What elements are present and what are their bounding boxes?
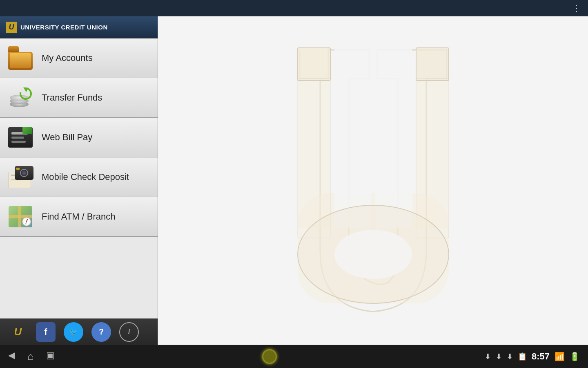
toolbar-btn-help[interactable]: ? — [91, 322, 111, 342]
home-button[interactable]: ⌂ — [27, 350, 34, 363]
deposit-icon — [7, 163, 34, 191]
main-content: U UNIVERSITY CREDIT UNION My Accounts — [0, 16, 588, 345]
nav-label-transfer-funds: Transfer Funds — [42, 92, 102, 103]
right-panel — [158, 16, 588, 345]
toolbar-btn-home[interactable]: U — [8, 322, 28, 342]
nav-label-my-accounts: My Accounts — [42, 53, 93, 63]
nav-label-web-bill-pay: Web Bill Pay — [42, 132, 92, 143]
folder-icon — [7, 44, 34, 72]
billpay-icon — [7, 123, 34, 151]
sidebar: U UNIVERSITY CREDIT UNION My Accounts — [0, 16, 158, 345]
screenshot-icon: 📋 — [518, 352, 527, 361]
nav-list: My Accounts — [0, 38, 158, 319]
nav-item-transfer-funds[interactable]: Transfer Funds — [0, 78, 158, 118]
status-bar: ⋮ — [0, 0, 588, 16]
nav-item-my-accounts[interactable]: My Accounts — [0, 38, 158, 78]
nav-label-find-atm-branch: Find ATM / Branch — [42, 211, 116, 222]
download-icon-3: ⬇ — [507, 352, 513, 361]
android-nav-center — [262, 349, 277, 364]
bottom-toolbar: U f 🐦 ? i — [0, 319, 158, 345]
recent-apps-button[interactable]: ▣ — [46, 350, 55, 363]
nav-item-web-bill-pay[interactable]: Web Bill Pay — [0, 118, 158, 157]
u-watermark — [275, 38, 471, 324]
toolbar-btn-info[interactable]: i — [119, 322, 139, 342]
wifi-icon: 📶 — [555, 352, 565, 361]
overflow-menu-icon[interactable]: ⋮ — [572, 3, 581, 13]
svg-rect-5 — [334, 48, 412, 81]
svg-point-14 — [334, 230, 412, 279]
android-nav-bar: ◀ ⌂ ▣ ⬇ ⬇ ⬇ 📋 8:57 📶 🔋 — [0, 345, 588, 368]
android-center-button[interactable] — [262, 349, 277, 364]
nav-label-mobile-check-deposit: Mobile Check Deposit — [42, 172, 129, 182]
app-header: U UNIVERSITY CREDIT UNION — [0, 16, 158, 38]
battery-icon: 🔋 — [570, 352, 580, 361]
android-nav-left: ◀ ⌂ ▣ — [8, 350, 55, 363]
logo: U UNIVERSITY CREDIT UNION — [6, 22, 108, 33]
download-icon-1: ⬇ — [485, 352, 491, 361]
status-time: 8:57 — [532, 351, 550, 362]
download-icon-2: ⬇ — [496, 352, 502, 361]
nav-item-find-atm-branch[interactable]: Find ATM / Branch — [0, 197, 158, 237]
toolbar-btn-twitter[interactable]: 🐦 — [64, 322, 83, 342]
back-button[interactable]: ◀ — [8, 350, 15, 363]
svg-rect-4 — [416, 48, 449, 81]
app-title: UNIVERSITY CREDIT UNION — [20, 24, 108, 31]
toolbar-btn-facebook[interactable]: f — [36, 322, 56, 342]
android-nav-right: ⬇ ⬇ ⬇ 📋 8:57 📶 🔋 — [485, 351, 580, 362]
nav-item-mobile-check-deposit[interactable]: Mobile Check Deposit — [0, 157, 158, 197]
atm-icon — [7, 203, 34, 231]
transfer-icon — [7, 84, 34, 112]
logo-icon: U — [6, 22, 17, 33]
